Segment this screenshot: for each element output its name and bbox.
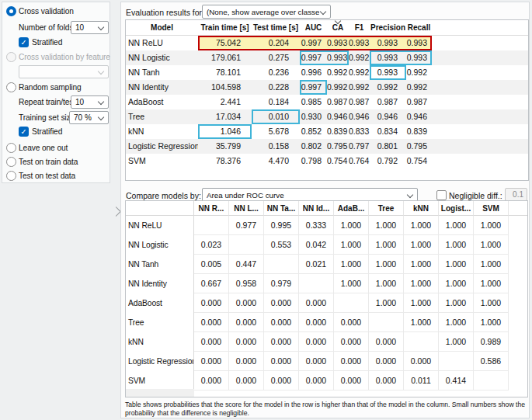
- model-name-cell[interactable]: NN Identity: [126, 80, 198, 95]
- result-value-cell[interactable]: 0.946: [370, 109, 406, 124]
- result-value-cell[interactable]: 1.046: [198, 124, 252, 139]
- result-value-cell[interactable]: 104.598: [198, 80, 252, 95]
- results-row-nn-logistic[interactable]: NN Logistic179.0610.2750.9970.9930.9920.…: [126, 50, 528, 65]
- result-value-cell[interactable]: 0.992: [406, 65, 432, 80]
- results-row-adaboost[interactable]: AdaBoost2.4410.1840.9850.9870.9870.9870.…: [126, 95, 528, 109]
- results-column-header-f1[interactable]: F1: [349, 20, 370, 36]
- negligible-diff-label[interactable]: Negligible diff.:: [449, 191, 502, 200]
- result-value-cell[interactable]: 78.376: [198, 154, 252, 168]
- evaluation-target-select[interactable]: (None, show average over classes): [202, 5, 331, 19]
- result-value-cell[interactable]: 0.184: [252, 95, 300, 109]
- result-value-cell[interactable]: 0.010: [252, 109, 300, 124]
- test-on-train-label[interactable]: Test on train data: [19, 158, 78, 166]
- leave-one-out-label[interactable]: Leave one out: [19, 144, 68, 152]
- result-value-cell[interactable]: 0.946: [349, 109, 370, 124]
- result-value-cell[interactable]: 0.985: [300, 95, 327, 109]
- stratified-rs-checkbox[interactable]: ✓: [19, 127, 29, 137]
- result-value-cell[interactable]: 0.946: [406, 109, 432, 124]
- test-on-test-label[interactable]: Test on test data: [19, 172, 75, 180]
- result-value-cell[interactable]: 0.204: [252, 36, 300, 50]
- results-row-svm[interactable]: SVM78.3764.4700.7980.7540.7640.7920.754: [126, 154, 528, 168]
- result-value-cell[interactable]: 2.441: [198, 95, 252, 109]
- result-value-cell[interactable]: 0.993: [370, 36, 406, 50]
- negligible-diff-checkbox[interactable]: [436, 190, 447, 200]
- results-row-tree[interactable]: Tree17.0340.0100.9300.9460.9460.9460.946: [126, 109, 528, 124]
- result-value-cell[interactable]: 0.852: [300, 124, 327, 139]
- results-column-header-auc[interactable]: AUC: [300, 20, 327, 36]
- cross-validation-radio[interactable]: [6, 6, 16, 16]
- test-on-test-radio[interactable]: [6, 171, 16, 181]
- result-value-cell[interactable]: 78.101: [198, 65, 252, 80]
- result-value-cell[interactable]: 0.228: [252, 80, 300, 95]
- result-value-cell[interactable]: 179.061: [198, 50, 252, 65]
- result-value-cell[interactable]: 4.470: [252, 154, 300, 168]
- random-sampling-radio[interactable]: [6, 82, 16, 92]
- result-value-cell[interactable]: 0.992: [370, 80, 406, 95]
- result-value-cell[interactable]: 0.987: [370, 95, 406, 109]
- result-value-cell[interactable]: 0.993: [349, 36, 370, 50]
- result-value-cell[interactable]: 5.678: [252, 124, 300, 139]
- result-value-cell[interactable]: 0.996: [300, 65, 327, 80]
- result-value-cell[interactable]: 17.034: [198, 109, 252, 124]
- result-value-cell[interactable]: 0.992: [327, 80, 349, 95]
- result-value-cell[interactable]: 75.042: [198, 36, 252, 50]
- results-column-header-train-time-s[interactable]: Train time [s]: [198, 20, 252, 36]
- stratified-cv-checkbox[interactable]: ✓: [19, 37, 29, 47]
- results-column-header-model[interactable]: Model: [126, 20, 198, 36]
- model-name-cell[interactable]: NN ReLU: [126, 36, 198, 50]
- results-column-header-precision[interactable]: Precision: [370, 20, 406, 36]
- result-value-cell[interactable]: 0.993: [370, 50, 406, 65]
- result-value-cell[interactable]: 0.946: [327, 109, 349, 124]
- result-value-cell[interactable]: 0.839: [406, 124, 432, 139]
- result-value-cell[interactable]: 0.992: [349, 65, 370, 80]
- results-row-nn-relu[interactable]: NN ReLU75.0420.2040.9970.9930.9930.9930.…: [126, 36, 528, 50]
- model-name-cell[interactable]: NN Logistic: [126, 50, 198, 65]
- result-value-cell[interactable]: 0.992: [349, 50, 370, 65]
- result-value-cell[interactable]: 0.795: [327, 139, 349, 154]
- result-value-cell[interactable]: 0.797: [349, 139, 370, 154]
- result-value-cell[interactable]: 0.158: [252, 139, 300, 154]
- model-name-cell[interactable]: NN Tanh: [126, 65, 198, 80]
- result-value-cell[interactable]: 0.993: [406, 36, 432, 50]
- result-value-cell[interactable]: 0.795: [406, 139, 432, 154]
- result-value-cell[interactable]: 0.992: [406, 80, 432, 95]
- model-name-cell[interactable]: SVM: [126, 154, 198, 168]
- result-value-cell[interactable]: 0.764: [349, 154, 370, 168]
- results-row-knn[interactable]: kNN1.0465.6780.8520.8390.8330.8340.839: [126, 124, 528, 139]
- results-column-header-ca[interactable]: CA: [327, 20, 349, 36]
- training-set-size-select[interactable]: 70 %: [69, 111, 109, 124]
- result-value-cell[interactable]: 0.997: [300, 50, 327, 65]
- splitter-expand-icon[interactable]: [111, 207, 121, 217]
- result-value-cell[interactable]: 0.992: [327, 65, 349, 80]
- results-column-header-test-time-s[interactable]: Test time [s]: [252, 20, 300, 36]
- result-value-cell[interactable]: 0.834: [370, 124, 406, 139]
- result-value-cell[interactable]: 0.754: [406, 154, 432, 168]
- result-value-cell[interactable]: 0.993: [327, 36, 349, 50]
- result-value-cell[interactable]: 0.997: [300, 80, 327, 95]
- result-value-cell[interactable]: 0.801: [370, 139, 406, 154]
- result-value-cell[interactable]: 0.833: [349, 124, 370, 139]
- cross-validation-label[interactable]: Cross validation: [19, 7, 74, 16]
- result-value-cell[interactable]: 0.987: [406, 95, 432, 109]
- result-value-cell[interactable]: 0.754: [327, 154, 349, 168]
- result-value-cell[interactable]: 0.802: [300, 139, 327, 154]
- result-value-cell[interactable]: 0.993: [406, 50, 432, 65]
- result-value-cell[interactable]: 0.236: [252, 65, 300, 80]
- result-value-cell[interactable]: 0.839: [327, 124, 349, 139]
- result-value-cell[interactable]: 0.987: [327, 95, 349, 109]
- results-row-nn-tanh[interactable]: NN Tanh78.1010.2360.9960.9920.9920.9930.…: [126, 65, 528, 80]
- result-value-cell[interactable]: 0.992: [349, 80, 370, 95]
- result-value-cell[interactable]: 0.792: [370, 154, 406, 168]
- result-value-cell[interactable]: 0.987: [349, 95, 370, 109]
- result-value-cell[interactable]: 0.997: [300, 36, 327, 50]
- leave-one-out-radio[interactable]: [6, 143, 16, 153]
- model-name-cell[interactable]: Logistic Regression: [126, 139, 198, 154]
- result-value-cell[interactable]: 0.993: [370, 65, 406, 80]
- random-sampling-label[interactable]: Random sampling: [19, 83, 82, 92]
- model-name-cell[interactable]: Tree: [126, 109, 198, 124]
- stratified-rs-label[interactable]: Stratified: [32, 127, 62, 136]
- model-name-cell[interactable]: kNN: [126, 124, 198, 139]
- result-value-cell[interactable]: 35.799: [198, 139, 252, 154]
- results-row-nn-identity[interactable]: NN Identity104.5980.2280.9970.9920.9920.…: [126, 80, 528, 95]
- number-of-folds-select[interactable]: 10: [71, 21, 109, 34]
